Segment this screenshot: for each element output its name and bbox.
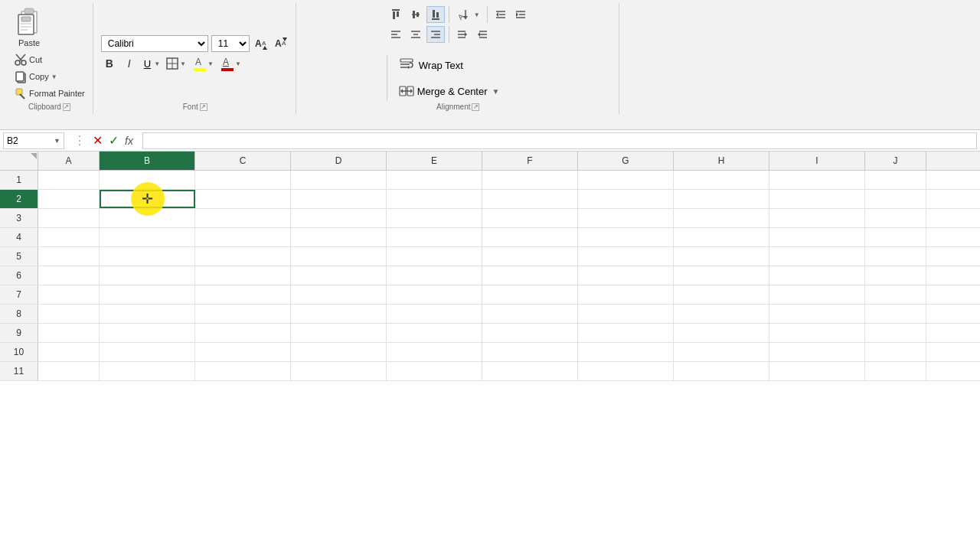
col-header-j[interactable]: J bbox=[865, 152, 926, 170]
cell-g2[interactable] bbox=[578, 190, 674, 208]
cell-f9[interactable] bbox=[482, 324, 578, 342]
cell-c4[interactable] bbox=[195, 228, 291, 246]
cell-h6[interactable] bbox=[674, 266, 769, 285]
row-num-2[interactable]: 2 bbox=[0, 190, 38, 208]
underline-button[interactable]: U ▼ bbox=[141, 56, 161, 72]
cell-i11[interactable] bbox=[769, 362, 865, 380]
cell-g10[interactable] bbox=[578, 343, 674, 361]
row-num-5[interactable]: 5 bbox=[0, 247, 38, 266]
row-num-8[interactable]: 8 bbox=[0, 305, 38, 323]
cell-j11[interactable] bbox=[865, 362, 926, 380]
cell-e8[interactable] bbox=[387, 305, 482, 323]
insert-function-button[interactable]: fx bbox=[125, 135, 133, 147]
cell-d2[interactable] bbox=[291, 190, 387, 208]
col-header-f[interactable]: F bbox=[482, 152, 578, 170]
cell-f10[interactable] bbox=[482, 343, 578, 361]
cell-c6[interactable] bbox=[195, 266, 291, 285]
cell-a1[interactable] bbox=[38, 171, 100, 189]
cell-d3[interactable] bbox=[291, 209, 387, 227]
ltr-button[interactable] bbox=[473, 26, 492, 43]
cell-f8[interactable] bbox=[482, 305, 578, 323]
text-direction-dropdown[interactable]: ▼ bbox=[474, 11, 480, 18]
col-header-b[interactable]: B bbox=[100, 152, 195, 170]
cell-e10[interactable] bbox=[387, 343, 482, 361]
cell-e5[interactable] bbox=[387, 247, 482, 266]
col-header-a[interactable]: A bbox=[38, 152, 100, 170]
font-expand-button[interactable]: ↗ bbox=[200, 103, 207, 111]
cell-d1[interactable] bbox=[291, 171, 387, 189]
cell-h4[interactable] bbox=[674, 228, 769, 246]
select-all-button[interactable] bbox=[0, 152, 38, 170]
cell-g6[interactable] bbox=[578, 266, 674, 285]
cell-i7[interactable] bbox=[769, 285, 865, 304]
cell-i9[interactable] bbox=[769, 324, 865, 342]
clipboard-expand-button[interactable]: ↗ bbox=[63, 103, 70, 111]
cancel-formula-button[interactable]: ✕ bbox=[93, 133, 103, 148]
font-family-select[interactable]: Calibri bbox=[101, 35, 208, 52]
cell-h7[interactable] bbox=[674, 285, 769, 304]
cell-d5[interactable] bbox=[291, 247, 387, 266]
cell-i10[interactable] bbox=[769, 343, 865, 361]
align-top-button[interactable] bbox=[387, 6, 405, 23]
bold-button[interactable]: B bbox=[101, 55, 118, 72]
cell-c5[interactable] bbox=[195, 247, 291, 266]
cell-g8[interactable] bbox=[578, 305, 674, 323]
cell-h10[interactable] bbox=[674, 343, 769, 361]
cell-f6[interactable] bbox=[482, 266, 578, 285]
cell-i1[interactable] bbox=[769, 171, 865, 189]
cell-c9[interactable] bbox=[195, 324, 291, 342]
cell-f1[interactable] bbox=[482, 171, 578, 189]
cell-i6[interactable] bbox=[769, 266, 865, 285]
cell-i8[interactable] bbox=[769, 305, 865, 323]
increase-font-button[interactable]: A A bbox=[253, 35, 270, 52]
cell-j4[interactable] bbox=[865, 228, 926, 246]
row-num-10[interactable]: 10 bbox=[0, 343, 38, 361]
cell-e7[interactable] bbox=[387, 285, 482, 304]
cell-e2[interactable] bbox=[387, 190, 482, 208]
cell-g11[interactable] bbox=[578, 362, 674, 380]
copy-dropdown-arrow[interactable]: ▼ bbox=[51, 73, 57, 80]
cell-c2[interactable] bbox=[195, 190, 291, 208]
cell-j9[interactable] bbox=[865, 324, 926, 342]
align-middle-button[interactable] bbox=[407, 6, 425, 23]
row-num-1[interactable]: 1 bbox=[0, 171, 38, 189]
cell-c10[interactable] bbox=[195, 343, 291, 361]
cell-j5[interactable] bbox=[865, 247, 926, 266]
cell-e1[interactable] bbox=[387, 171, 482, 189]
cell-j3[interactable] bbox=[865, 209, 926, 227]
row-num-11[interactable]: 11 bbox=[0, 362, 38, 380]
border-dropdown[interactable]: ▼ bbox=[180, 60, 186, 67]
row-num-6[interactable]: 6 bbox=[0, 266, 38, 285]
cell-a5[interactable] bbox=[38, 247, 100, 266]
cell-b7[interactable] bbox=[100, 285, 195, 304]
cell-d9[interactable] bbox=[291, 324, 387, 342]
cell-b9[interactable] bbox=[100, 324, 195, 342]
cell-c8[interactable] bbox=[195, 305, 291, 323]
row-num-3[interactable]: 3 bbox=[0, 209, 38, 227]
formula-input[interactable] bbox=[142, 132, 977, 149]
cell-b5[interactable] bbox=[100, 247, 195, 266]
cell-e4[interactable] bbox=[387, 228, 482, 246]
fill-color-dropdown[interactable]: ▼ bbox=[207, 60, 214, 67]
cell-i4[interactable] bbox=[769, 228, 865, 246]
cell-h8[interactable] bbox=[674, 305, 769, 323]
underline-dropdown[interactable]: ▼ bbox=[154, 60, 160, 67]
cell-b3[interactable] bbox=[100, 209, 195, 227]
cell-i5[interactable] bbox=[769, 247, 865, 266]
cell-d6[interactable] bbox=[291, 266, 387, 285]
cell-h9[interactable] bbox=[674, 324, 769, 342]
cell-d4[interactable] bbox=[291, 228, 387, 246]
col-header-d[interactable]: D bbox=[291, 152, 387, 170]
font-size-select[interactable]: 11 bbox=[211, 35, 250, 52]
confirm-formula-button[interactable]: ✓ bbox=[109, 133, 119, 148]
cell-b10[interactable] bbox=[100, 343, 195, 361]
cell-e6[interactable] bbox=[387, 266, 482, 285]
align-right-button[interactable] bbox=[426, 26, 445, 43]
cell-e9[interactable] bbox=[387, 324, 482, 342]
cell-c3[interactable] bbox=[195, 209, 291, 227]
cell-a10[interactable] bbox=[38, 343, 100, 361]
cell-f11[interactable] bbox=[482, 362, 578, 380]
increase-indent-button[interactable] bbox=[511, 6, 530, 23]
cell-b6[interactable] bbox=[100, 266, 195, 285]
cell-h5[interactable] bbox=[674, 247, 769, 266]
